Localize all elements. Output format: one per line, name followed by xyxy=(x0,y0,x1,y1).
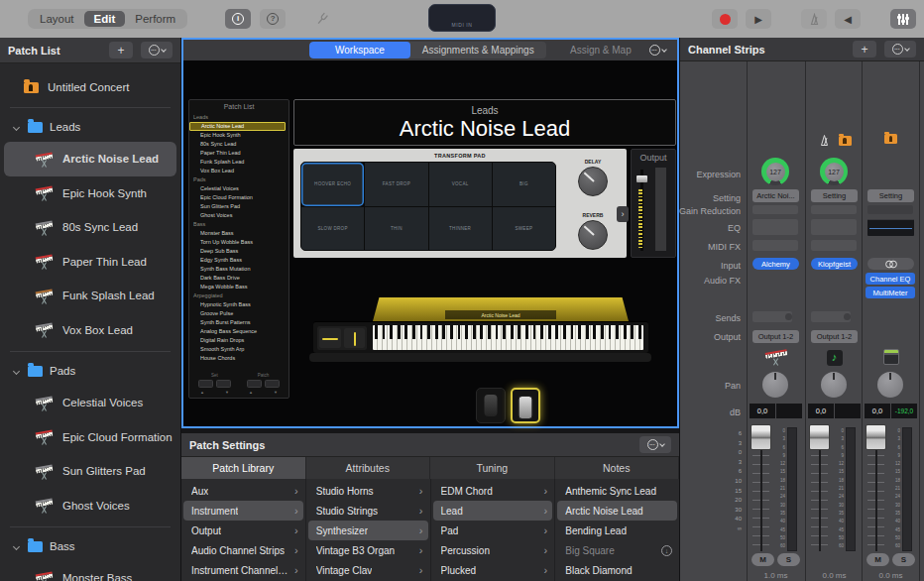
mini-item[interactable]: Epic Cloud Formation xyxy=(189,193,289,202)
solo-button[interactable]: S xyxy=(777,553,800,566)
mini-item-selected[interactable]: Arctic Noise Lead xyxy=(189,122,286,131)
tab-assignments-mappings[interactable]: Assignments & Mappings xyxy=(410,42,546,58)
expression-knob[interactable]: 127 xyxy=(820,158,848,185)
tab-patch-library[interactable]: Patch Library xyxy=(181,457,306,479)
library-item-lead[interactable]: Lead› xyxy=(433,501,553,521)
chevron-down-icon[interactable] xyxy=(13,542,20,549)
pad-slow-drop[interactable]: SLOW DROP xyxy=(301,207,364,251)
channel-strips-toggle-button[interactable] xyxy=(890,9,916,29)
mini-item[interactable]: Epic Hook Synth xyxy=(189,131,289,140)
library-item-black-diamond[interactable]: Black Diamond xyxy=(555,560,679,580)
library-item-anthemic-sync-lead[interactable]: Anthemic Sync Lead xyxy=(555,481,679,501)
output-fader[interactable] xyxy=(636,175,647,182)
help-button[interactable]: ? xyxy=(260,9,286,29)
set-display[interactable] xyxy=(198,380,213,388)
sidebar-patch-funk-splash-lead[interactable]: Funk Splash Lead xyxy=(0,279,180,313)
mini-item[interactable]: Digital Rain Drops xyxy=(189,336,289,345)
pad-hoover-echo[interactable]: HOOVER ECHO xyxy=(301,163,364,206)
setting-button[interactable]: Arctic Noi... xyxy=(752,189,799,202)
pan-knob[interactable] xyxy=(877,372,903,398)
expression-knob[interactable]: 127 xyxy=(761,158,789,185)
pad-vocal[interactable]: VOCAL xyxy=(429,163,492,206)
library-item-instrument[interactable]: Instrument› xyxy=(183,501,303,521)
sidebar-patch-monster-bass[interactable]: Monster Bass xyxy=(0,561,180,581)
mini-item[interactable]: Deep Sub Bass xyxy=(189,247,289,256)
add-channel-strip-button[interactable]: + xyxy=(853,41,876,58)
send-knob[interactable] xyxy=(844,313,851,320)
library-item-big-square[interactable]: Big Square↓ xyxy=(555,540,679,560)
mini-item[interactable]: Synth Burst Patterns xyxy=(189,318,289,327)
expression-pedal[interactable] xyxy=(476,388,506,423)
mini-item[interactable]: Monster Bass xyxy=(189,229,289,238)
volume-db-value[interactable]: 0,0 xyxy=(808,404,834,418)
gain-reduction-slot[interactable] xyxy=(867,205,913,214)
patch-display[interactable] xyxy=(265,380,280,388)
mini-item[interactable]: Groove Pulse xyxy=(189,309,289,318)
sidebar-item-concert[interactable]: Untitled Concert xyxy=(0,71,180,103)
send-slot[interactable] xyxy=(752,311,792,322)
mini-item[interactable]: Dark Bass Drive xyxy=(189,274,289,283)
pad-thinner[interactable]: THINNER xyxy=(429,207,492,251)
mini-item[interactable]: Hypnotic Synth Bass xyxy=(189,300,289,309)
library-item-plucked[interactable]: Plucked› xyxy=(431,560,555,580)
library-item-aux[interactable]: Aux› xyxy=(181,481,305,501)
channel-strips-action-menu[interactable]: ••• xyxy=(884,41,916,58)
tuner-button[interactable] xyxy=(309,9,335,29)
library-item-instrument-channel[interactable]: Instrument Channel…› xyxy=(181,560,305,580)
tab-notes[interactable]: Notes xyxy=(555,457,680,479)
send-knob[interactable] xyxy=(785,313,792,320)
eq-display[interactable] xyxy=(867,219,914,236)
setting-button[interactable]: Setting xyxy=(811,189,858,202)
mute-button[interactable]: M xyxy=(866,553,889,566)
reverb-knob[interactable] xyxy=(578,220,608,250)
set-display[interactable] xyxy=(216,380,231,388)
eq-slot[interactable] xyxy=(811,219,857,235)
mini-item[interactable]: Celestial Voices xyxy=(189,184,289,193)
mini-item[interactable]: House Chords xyxy=(189,354,289,363)
pan-knob[interactable] xyxy=(821,372,847,398)
sustain-pedal-active[interactable] xyxy=(511,388,540,423)
sidebar-patch-celestial-voices[interactable]: Celestial Voices xyxy=(0,386,180,420)
volume-db-value[interactable]: 0,0 xyxy=(865,404,890,418)
gain-reduction-slot[interactable] xyxy=(811,205,857,214)
midi-fx-slot[interactable] xyxy=(811,240,857,251)
sidebar-patch-paper-thin-lead[interactable]: Paper Thin Lead xyxy=(0,245,180,280)
sidebar-folder-leads[interactable]: Leads xyxy=(0,112,180,142)
tab-tuning[interactable]: Tuning xyxy=(430,457,555,479)
record-button[interactable] xyxy=(712,9,738,29)
pan-knob[interactable] xyxy=(762,372,788,398)
output-routing-button[interactable]: Output 1-2 xyxy=(752,330,799,343)
patch-display[interactable] xyxy=(247,380,262,388)
audio-fx-channel-eq[interactable]: Channel EQ xyxy=(866,273,915,285)
metronome-button[interactable] xyxy=(801,9,827,29)
mini-item[interactable]: Funk Splash Lead xyxy=(189,158,289,167)
mini-item[interactable]: Analog Bass Sequence xyxy=(189,327,289,336)
delay-knob[interactable] xyxy=(578,167,608,196)
mini-item[interactable]: Ghost Voices xyxy=(189,211,289,220)
pad-big[interactable]: BIG xyxy=(493,163,555,206)
patch-down-button[interactable]: ▼ xyxy=(274,390,278,395)
layout-mode-button[interactable]: Layout xyxy=(30,11,84,27)
mini-item[interactable]: Vox Box Lead xyxy=(189,167,289,175)
peak-db-value[interactable] xyxy=(835,404,861,418)
tab-workspace[interactable]: Workspace xyxy=(309,42,410,58)
setting-button[interactable]: Setting xyxy=(867,189,914,202)
tab-attributes[interactable]: Attributes xyxy=(306,457,431,479)
sidebar-patch-arctic-noise-lead[interactable]: Arctic Noise Lead xyxy=(4,142,176,176)
workspace-action-menu[interactable]: ••• xyxy=(641,42,673,58)
pad-fast-drop[interactable]: FAST DROP xyxy=(365,163,427,206)
sidebar-folder-pads[interactable]: Pads xyxy=(0,356,180,386)
edit-mode-button[interactable]: Edit xyxy=(84,11,126,27)
settings-folder-icon[interactable] xyxy=(839,136,852,146)
pad-sweep[interactable]: SWEEP xyxy=(493,207,555,251)
input-plugin-alchemy[interactable]: Alchemy xyxy=(752,258,799,270)
pitch-wheel[interactable] xyxy=(319,328,341,348)
input-plugin-klopfgeist[interactable]: Klopfgeist xyxy=(811,258,858,270)
peak-db-value[interactable]: -192,0 xyxy=(891,404,917,418)
patch-up-button[interactable]: ▲ xyxy=(249,390,253,395)
library-item-output[interactable]: Output› xyxy=(181,521,305,540)
gain-reduction-slot[interactable] xyxy=(752,205,798,214)
library-item-edm-chord[interactable]: EDM Chord› xyxy=(431,481,555,501)
chevron-down-icon[interactable] xyxy=(13,123,20,130)
library-item-bending-lead[interactable]: Bending Lead xyxy=(555,521,679,540)
